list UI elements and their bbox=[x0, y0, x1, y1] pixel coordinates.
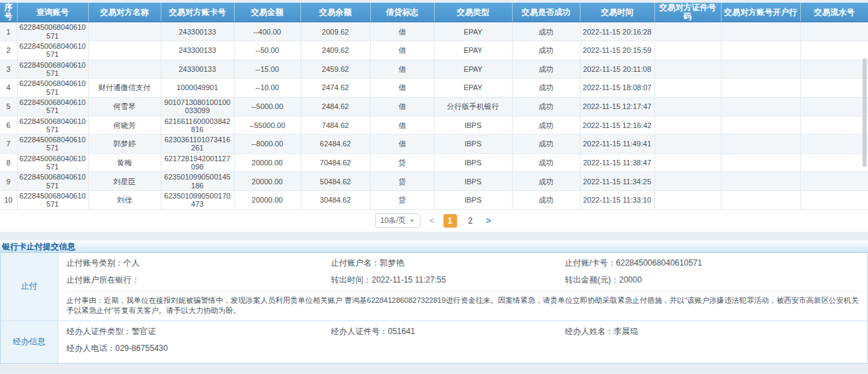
table-cell bbox=[721, 97, 800, 116]
section-gap bbox=[0, 364, 868, 373]
field-account-bank: 止付账户所在银行： bbox=[66, 274, 331, 286]
stop-payment-reason: 止付事由：近期，我单位在接报刘妮被骗警情中，发现涉案人员利用贵单位相关账户 曹鸿… bbox=[66, 295, 861, 316]
column-header-counterparty-id: 交易对方证件号码 bbox=[654, 3, 721, 22]
table-cell bbox=[654, 60, 721, 79]
transaction-table-body: 16228450068040610571243300133--400.00200… bbox=[0, 22, 868, 209]
table-cell: 2022-11-15 12:17:47 bbox=[580, 97, 654, 116]
table-cell: 6235010990500170473 bbox=[161, 191, 234, 210]
table-cell: 6228450068040610571 bbox=[17, 60, 88, 79]
table-cell: 2022-11-15 20:15:59 bbox=[580, 41, 654, 60]
table-cell: 6217281942001127098 bbox=[161, 153, 234, 172]
table-cell: --8000.00 bbox=[234, 135, 300, 154]
table-cell bbox=[800, 97, 868, 116]
page-button-2[interactable]: 2 bbox=[464, 214, 477, 228]
field-agent-id-number: 经办人证件号：051641 bbox=[331, 326, 565, 337]
table-cell: 2009.62 bbox=[300, 22, 370, 41]
column-header-tx-time: 交易时间 bbox=[580, 3, 654, 22]
table-cell bbox=[654, 135, 721, 154]
table-cell bbox=[654, 191, 721, 210]
table-cell: 借 bbox=[370, 22, 434, 41]
table-cell: 243300133 bbox=[161, 22, 234, 41]
table-row: 106228450068040610571刘佳62350109905001704… bbox=[0, 191, 868, 210]
table-cell: 黄梅 bbox=[88, 153, 161, 172]
table-cell: 6216611600003842816 bbox=[161, 116, 234, 135]
pagination: 10条/页 ▼ < 1 2 > bbox=[0, 210, 868, 232]
table-row: 76228450068040610571郭梦婷62303611010734162… bbox=[0, 135, 868, 154]
table-cell: 2022-11-15 20:11:08 bbox=[580, 60, 654, 79]
column-header-debit-credit-flag: 借贷标志 bbox=[370, 3, 434, 22]
table-cell: IBPS bbox=[434, 135, 512, 154]
table-cell: 2 bbox=[0, 41, 17, 60]
table-cell: 9010713080100100033099 bbox=[161, 97, 234, 116]
table-cell: 20000.00 bbox=[234, 191, 300, 210]
transaction-table-header: 序号 查询账号 交易对方名称 交易对方账卡号 交易金额 交易余额 借贷标志 交易… bbox=[0, 3, 868, 22]
table-cell: 贷 bbox=[370, 153, 434, 172]
table-cell bbox=[721, 60, 800, 79]
table-cell: IBPS bbox=[434, 191, 512, 210]
table-cell: 6 bbox=[0, 116, 17, 135]
next-page-button[interactable]: > bbox=[484, 215, 494, 226]
group-label-agent-info: 经办信息 bbox=[1, 321, 58, 363]
table-cell: 贷 bbox=[370, 172, 434, 191]
agent-row-1: 经办人证件类型：警官证 经办人证件号：051641 经办人姓名：李晨琨 bbox=[66, 326, 861, 337]
table-cell bbox=[721, 79, 800, 98]
stop-payment-group: 止付 止付账号类别：个人 止付账户名：郭梦艳 止付账/卡号：6228450068… bbox=[1, 253, 867, 320]
table-cell bbox=[88, 22, 161, 41]
table-cell: 243300133 bbox=[161, 60, 234, 79]
table-cell: 贷 bbox=[370, 191, 434, 210]
table-cell: 8 bbox=[0, 153, 17, 172]
table-cell bbox=[721, 135, 800, 154]
table-cell: EPAY bbox=[434, 60, 512, 79]
page-size-select[interactable]: 10条/页 ▼ bbox=[375, 213, 420, 228]
table-cell bbox=[654, 79, 721, 98]
scrollbar-thumb[interactable] bbox=[863, 58, 867, 167]
table-cell bbox=[721, 22, 800, 41]
stop-payment-reason-row: 止付事由：近期，我单位在接报刘妮被骗警情中，发现涉案人员利用贵单位相关账户 曹鸿… bbox=[66, 291, 861, 316]
column-header-tx-success: 交易是否成功 bbox=[512, 3, 580, 22]
table-cell: 6228450068040610571 bbox=[17, 116, 88, 135]
prev-page-button[interactable]: < bbox=[427, 215, 437, 226]
agent-info-group: 经办信息 经办人证件类型：警官证 经办人证件号：051641 经办人姓名：李晨琨… bbox=[1, 320, 867, 363]
column-header-tx-type: 交易类型 bbox=[434, 3, 512, 22]
stop-payment-row-2: 止付账户所在银行： 转出时间：2022-11-15 11:27:55 转出金额(… bbox=[66, 274, 861, 286]
table-cell: 1 bbox=[0, 22, 17, 41]
table-cell bbox=[800, 153, 868, 172]
table-cell: 成功 bbox=[512, 97, 580, 116]
table-cell bbox=[654, 22, 721, 41]
page-button-1[interactable]: 1 bbox=[443, 214, 457, 228]
table-cell: 6228450068040610571 bbox=[17, 153, 88, 172]
column-header-counterparty-name: 交易对方名称 bbox=[88, 3, 161, 22]
table-cell: 借 bbox=[370, 79, 434, 98]
chevron-down-icon: ▼ bbox=[409, 218, 415, 224]
table-cell: --55000.00 bbox=[234, 116, 300, 135]
table-cell: 2022-11-15 11:33:10 bbox=[580, 191, 654, 210]
table-cell: 2022-11-15 11:49:41 bbox=[580, 135, 654, 154]
table-cell: 20000.00 bbox=[234, 153, 300, 172]
table-cell: 6235010990500145186 bbox=[161, 172, 234, 191]
table-row: 56228450068040610571何雪琴90107130801001000… bbox=[0, 97, 868, 116]
table-cell: 3 bbox=[0, 60, 17, 79]
table-cell bbox=[721, 172, 800, 191]
table-row: 26228450068040610571243300133--50.002409… bbox=[0, 41, 868, 60]
table-row: 46228450068040610571财付通微信支付1000049901--1… bbox=[0, 79, 868, 98]
table-cell: 20000.00 bbox=[234, 172, 300, 191]
table-cell: 6228450068040610571 bbox=[17, 135, 88, 154]
table-cell: 62484.62 bbox=[300, 135, 370, 154]
table-cell: 借 bbox=[370, 41, 434, 60]
table-cell: 70484.62 bbox=[300, 153, 370, 172]
table-cell bbox=[800, 135, 868, 154]
table-cell: 6228450068040610571 bbox=[17, 191, 88, 210]
table-cell bbox=[654, 116, 721, 135]
column-header-counterparty-bank: 交易对方账号开户行 bbox=[721, 3, 800, 22]
column-header-balance: 交易余额 bbox=[300, 3, 370, 22]
table-cell: 2022-11-15 20:16:28 bbox=[580, 22, 654, 41]
table-cell: 1000049901 bbox=[161, 79, 234, 98]
table-cell: 6228450068040610571 bbox=[17, 41, 88, 60]
field-agent-phone: 经办人电话：029-86755430 bbox=[66, 343, 331, 354]
table-cell: 50484.62 bbox=[300, 172, 370, 191]
table-cell: 借 bbox=[370, 135, 434, 154]
table-cell: 成功 bbox=[512, 116, 580, 135]
table-row: 16228450068040610571243300133--400.00200… bbox=[0, 22, 868, 41]
table-cell: 成功 bbox=[512, 191, 580, 210]
table-cell bbox=[654, 97, 721, 116]
